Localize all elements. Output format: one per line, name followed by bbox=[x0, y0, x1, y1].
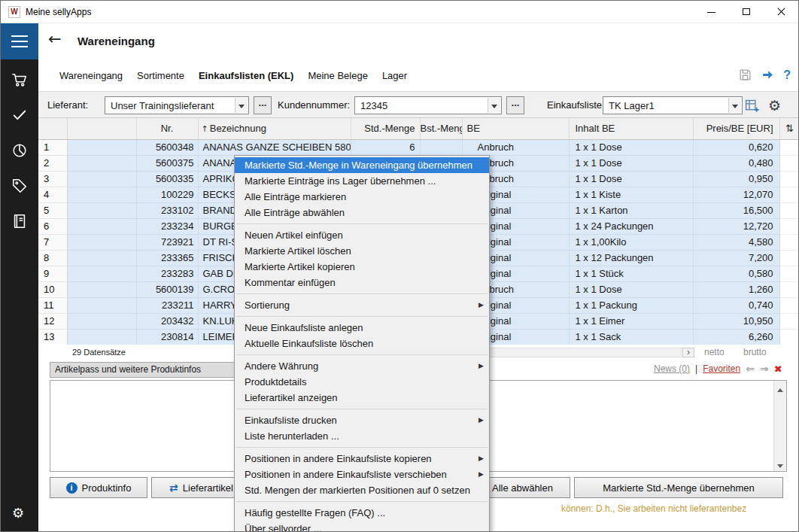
row-blank-cell[interactable] bbox=[67, 171, 136, 187]
row-number-cell[interactable]: 1 bbox=[38, 139, 67, 155]
favoriten-link[interactable]: Favoriten bbox=[703, 363, 740, 374]
forward-arrow-icon[interactable] bbox=[761, 68, 775, 82]
nr-cell[interactable]: 233102 bbox=[136, 202, 198, 218]
row-blank-cell[interactable] bbox=[67, 139, 136, 155]
scroll-down-icon[interactable] bbox=[774, 459, 786, 471]
table-row[interactable]: 15600348ANANAS GANZE SCHEIBEN 580ML6Anbr… bbox=[38, 139, 799, 155]
context-menu-item[interactable]: Kommentar einfügen bbox=[235, 275, 489, 290]
col-bezeichnung[interactable]: ↑Bezeichnung bbox=[198, 118, 351, 139]
row-number-cell[interactable]: 4 bbox=[38, 187, 67, 202]
row-end-cell[interactable] bbox=[779, 171, 799, 187]
row-end-cell[interactable] bbox=[779, 202, 799, 218]
context-menu-item[interactable]: Aktuelle Einkaufsliste löschen bbox=[235, 336, 489, 351]
kundennummer-select[interactable]: 12345 bbox=[354, 96, 502, 114]
row-end-cell[interactable] bbox=[779, 218, 799, 234]
preis-cell[interactable]: 4,580 bbox=[693, 234, 779, 250]
preis-cell[interactable]: 12,070 bbox=[693, 187, 779, 202]
list-settings-gear-icon[interactable]: ⚙ bbox=[768, 97, 781, 114]
row-blank-cell[interactable] bbox=[67, 155, 136, 171]
bst-menge-cell[interactable] bbox=[420, 139, 462, 155]
settings-gear-icon[interactable]: ⚙ bbox=[12, 505, 24, 521]
nr-cell[interactable]: 233211 bbox=[136, 297, 198, 313]
pie-chart-icon[interactable] bbox=[11, 142, 28, 159]
row-number-cell[interactable]: 6 bbox=[38, 218, 67, 234]
inhalt-be-cell[interactable]: 1 x 1 Stück bbox=[569, 266, 693, 281]
tab-lager[interactable]: Lager bbox=[382, 70, 407, 81]
horizontal-scrollbar[interactable] bbox=[456, 348, 682, 357]
preis-cell[interactable]: 7,200 bbox=[693, 250, 779, 266]
inhalt-be-cell[interactable]: 1 x 1 Dose bbox=[569, 171, 693, 187]
inhalt-be-cell[interactable]: 1 x 1 Eimer bbox=[569, 313, 693, 329]
inhalt-be-cell[interactable]: 1 x 1 Dose bbox=[569, 155, 693, 171]
preis-cell[interactable]: 0,740 bbox=[693, 297, 779, 313]
catalog-book-icon[interactable] bbox=[11, 213, 28, 230]
row-end-cell[interactable] bbox=[779, 250, 799, 266]
kundennummer-more-button[interactable]: ... bbox=[506, 96, 524, 114]
nr-cell[interactable]: 723921 bbox=[136, 234, 198, 250]
row-blank-cell[interactable] bbox=[67, 297, 136, 313]
scroll-right-button[interactable]: › bbox=[682, 348, 694, 357]
preis-cell[interactable]: 6,260 bbox=[693, 329, 779, 345]
std-menge-cell[interactable]: 6 bbox=[351, 139, 420, 155]
cart-icon[interactable] bbox=[11, 71, 28, 88]
context-menu-item[interactable]: Alle Einträge abwählen bbox=[235, 205, 489, 220]
row-end-cell[interactable] bbox=[779, 281, 799, 297]
row-blank-cell[interactable] bbox=[67, 234, 136, 250]
checkmark-icon[interactable] bbox=[11, 107, 28, 123]
context-menu-item[interactable]: Positionen in andere Einkaufsliste kopie… bbox=[235, 451, 489, 467]
nr-cell[interactable]: 5600335 bbox=[136, 171, 198, 187]
einkaufsliste-select[interactable]: TK Lager1 bbox=[603, 96, 743, 114]
uebernehmen-button[interactable]: Markierte Std.-Menge übernehmen bbox=[574, 477, 783, 498]
nr-cell[interactable]: 233234 bbox=[136, 218, 198, 234]
preis-cell[interactable]: 0,950 bbox=[693, 171, 779, 187]
tab-sortimente[interactable]: Sortimente bbox=[137, 70, 184, 81]
hamburger-menu-button[interactable] bbox=[1, 23, 38, 59]
context-menu-item[interactable]: Markierte Einträge ins Lager übernehmen … bbox=[235, 173, 489, 189]
row-end-cell[interactable] bbox=[779, 155, 799, 171]
context-menu-item[interactable]: Std. Mengen der markierten Positionen au… bbox=[235, 482, 489, 498]
row-blank-cell[interactable] bbox=[67, 187, 136, 202]
col-be[interactable]: BE bbox=[462, 118, 569, 139]
row-blank-cell[interactable] bbox=[67, 250, 136, 266]
nr-cell[interactable]: 100229 bbox=[136, 187, 198, 202]
row-number-cell[interactable]: 3 bbox=[38, 171, 67, 187]
previous-arrow-icon[interactable]: ⇐ bbox=[746, 363, 755, 375]
lieferant-select[interactable]: Unser Trainingslieferant bbox=[105, 96, 249, 114]
context-menu-item[interactable]: Alle Einträge markieren bbox=[235, 189, 489, 205]
preis-cell[interactable]: 0,620 bbox=[693, 139, 779, 155]
row-end-cell[interactable] bbox=[779, 187, 799, 202]
brutto-toggle[interactable]: brutto bbox=[743, 347, 767, 357]
col-preis[interactable]: Preis/BE [EUR] bbox=[693, 118, 779, 139]
context-menu-item[interactable]: Markierte Std.-Menge in Wareneingang übe… bbox=[235, 157, 489, 173]
nr-cell[interactable]: 233283 bbox=[136, 266, 198, 281]
context-menu-item[interactable]: Über sellyorder ... bbox=[235, 521, 489, 532]
preis-cell[interactable]: 0,480 bbox=[693, 155, 779, 171]
context-menu-item[interactable]: Neue Einkaufsliste anlegen bbox=[235, 320, 489, 336]
minimize-button[interactable] bbox=[694, 1, 729, 23]
nr-cell[interactable]: 203432 bbox=[136, 313, 198, 329]
be-cell[interactable]: Anbruch bbox=[462, 139, 569, 155]
context-menu-item[interactable]: Produktdetails bbox=[235, 374, 489, 390]
col-bst-menge[interactable]: Bst.-Menge bbox=[420, 118, 462, 139]
news-link[interactable]: News (0) bbox=[654, 363, 690, 374]
inhalt-be-cell[interactable]: 1 x 1 Sack bbox=[569, 329, 693, 345]
row-number-cell[interactable]: 13 bbox=[38, 329, 67, 345]
price-tag-icon[interactable] bbox=[11, 178, 28, 194]
row-end-cell[interactable] bbox=[779, 313, 799, 329]
row-blank-cell[interactable] bbox=[67, 313, 136, 329]
col-nr[interactable]: Nr. bbox=[136, 118, 198, 139]
nr-cell[interactable]: 5600139 bbox=[136, 281, 198, 297]
row-blank-cell[interactable] bbox=[67, 266, 136, 281]
next-arrow-icon[interactable]: ⇒ bbox=[760, 363, 769, 375]
row-end-cell[interactable] bbox=[779, 139, 799, 155]
nr-cell[interactable]: 5600348 bbox=[136, 139, 198, 155]
row-number-cell[interactable]: 12 bbox=[38, 313, 67, 329]
row-end-cell[interactable] bbox=[779, 266, 799, 281]
row-number-cell[interactable]: 8 bbox=[38, 250, 67, 266]
nr-cell[interactable]: 5600375 bbox=[136, 155, 198, 171]
row-number-cell[interactable]: 2 bbox=[38, 155, 67, 171]
context-menu-item[interactable]: Positionen in andere Einkaufsliste versc… bbox=[235, 467, 489, 482]
inhalt-be-cell[interactable]: 1 x 1 Kiste bbox=[569, 187, 693, 202]
context-menu-item[interactable]: Markierte Artikel löschen bbox=[235, 243, 489, 259]
back-button[interactable]: ← bbox=[48, 30, 62, 48]
